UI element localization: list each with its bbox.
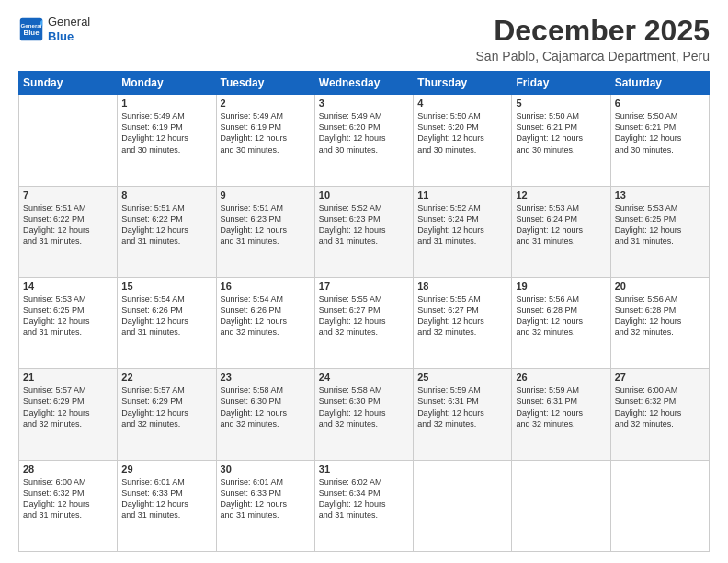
table-row <box>610 460 709 551</box>
day-info: Sunrise: 5:54 AM Sunset: 6:26 PM Dayligh… <box>221 293 311 339</box>
day-number: 23 <box>221 372 311 383</box>
table-row: 29Sunrise: 6:01 AM Sunset: 6:33 PM Dayli… <box>118 460 216 551</box>
page: General Blue General Blue December 2025 … <box>0 0 728 563</box>
table-row: 14Sunrise: 5:53 AM Sunset: 6:25 PM Dayli… <box>19 277 118 368</box>
table-row <box>19 95 118 186</box>
day-info: Sunrise: 6:01 AM Sunset: 6:33 PM Dayligh… <box>121 477 211 522</box>
table-row: 11Sunrise: 5:52 AM Sunset: 6:24 PM Dayli… <box>414 186 512 277</box>
day-info: Sunrise: 5:59 AM Sunset: 6:31 PM Dayligh… <box>417 385 507 430</box>
day-info: Sunrise: 5:50 AM Sunset: 6:21 PM Dayligh… <box>516 110 606 155</box>
table-row: 22Sunrise: 5:57 AM Sunset: 6:29 PM Dayli… <box>118 369 216 460</box>
logo-icon: General Blue <box>18 17 44 42</box>
calendar-week-row: 7Sunrise: 5:51 AM Sunset: 6:22 PM Daylig… <box>19 186 710 277</box>
logo-text: General Blue <box>48 15 90 43</box>
table-row: 24Sunrise: 5:58 AM Sunset: 6:30 PM Dayli… <box>314 369 413 460</box>
table-row: 19Sunrise: 5:56 AM Sunset: 6:28 PM Dayli… <box>512 277 610 368</box>
day-info: Sunrise: 5:51 AM Sunset: 6:22 PM Dayligh… <box>23 202 113 247</box>
day-number: 16 <box>221 281 311 292</box>
day-info: Sunrise: 6:01 AM Sunset: 6:33 PM Dayligh… <box>221 477 311 522</box>
day-number: 20 <box>615 281 705 292</box>
table-row <box>414 460 512 551</box>
table-row: 20Sunrise: 5:56 AM Sunset: 6:28 PM Dayli… <box>610 277 709 368</box>
day-info: Sunrise: 5:55 AM Sunset: 6:27 PM Dayligh… <box>319 293 409 339</box>
day-info: Sunrise: 5:50 AM Sunset: 6:20 PM Dayligh… <box>417 110 507 155</box>
day-number: 7 <box>23 190 113 201</box>
day-info: Sunrise: 5:49 AM Sunset: 6:20 PM Dayligh… <box>319 110 409 155</box>
day-number: 1 <box>121 98 211 109</box>
day-number: 12 <box>516 190 606 201</box>
table-row: 4Sunrise: 5:50 AM Sunset: 6:20 PM Daylig… <box>414 95 512 186</box>
calendar-table: Sunday Monday Tuesday Wednesday Thursday… <box>18 71 710 552</box>
calendar-week-row: 21Sunrise: 5:57 AM Sunset: 6:29 PM Dayli… <box>19 369 710 460</box>
table-row: 18Sunrise: 5:55 AM Sunset: 6:27 PM Dayli… <box>414 277 512 368</box>
calendar-week-row: 1Sunrise: 5:49 AM Sunset: 6:19 PM Daylig… <box>19 95 710 186</box>
calendar-header-row: Sunday Monday Tuesday Wednesday Thursday… <box>19 72 710 95</box>
table-row: 3Sunrise: 5:49 AM Sunset: 6:20 PM Daylig… <box>314 95 413 186</box>
day-info: Sunrise: 5:57 AM Sunset: 6:29 PM Dayligh… <box>121 385 211 430</box>
day-info: Sunrise: 6:00 AM Sunset: 6:32 PM Dayligh… <box>615 385 705 430</box>
table-row: 7Sunrise: 5:51 AM Sunset: 6:22 PM Daylig… <box>19 186 118 277</box>
day-info: Sunrise: 5:58 AM Sunset: 6:30 PM Dayligh… <box>221 385 311 430</box>
table-row: 30Sunrise: 6:01 AM Sunset: 6:33 PM Dayli… <box>216 460 314 551</box>
table-row: 28Sunrise: 6:00 AM Sunset: 6:32 PM Dayli… <box>19 460 118 551</box>
day-info: Sunrise: 6:00 AM Sunset: 6:32 PM Dayligh… <box>23 477 113 522</box>
main-title: December 2025 <box>476 15 710 47</box>
day-info: Sunrise: 5:58 AM Sunset: 6:30 PM Dayligh… <box>319 385 409 430</box>
day-number: 13 <box>615 190 705 201</box>
day-number: 11 <box>417 190 507 201</box>
day-info: Sunrise: 5:53 AM Sunset: 6:25 PM Dayligh… <box>615 202 705 247</box>
day-number: 10 <box>319 190 409 201</box>
day-info: Sunrise: 5:49 AM Sunset: 6:19 PM Dayligh… <box>221 110 311 155</box>
table-row: 12Sunrise: 5:53 AM Sunset: 6:24 PM Dayli… <box>512 186 610 277</box>
table-row: 13Sunrise: 5:53 AM Sunset: 6:25 PM Dayli… <box>610 186 709 277</box>
table-row: 6Sunrise: 5:50 AM Sunset: 6:21 PM Daylig… <box>610 95 709 186</box>
day-number: 6 <box>615 98 705 109</box>
col-thursday: Thursday <box>414 72 512 95</box>
day-number: 9 <box>221 190 311 201</box>
day-info: Sunrise: 5:56 AM Sunset: 6:28 PM Dayligh… <box>615 293 705 339</box>
day-number: 21 <box>23 372 113 383</box>
day-number: 26 <box>516 372 606 383</box>
day-number: 24 <box>319 372 409 383</box>
table-row: 31Sunrise: 6:02 AM Sunset: 6:34 PM Dayli… <box>314 460 413 551</box>
col-sunday: Sunday <box>19 72 118 95</box>
day-info: Sunrise: 5:49 AM Sunset: 6:19 PM Dayligh… <box>121 110 211 155</box>
table-row <box>512 460 610 551</box>
title-block: December 2025 San Pablo, Cajamarca Depar… <box>476 15 710 63</box>
day-number: 17 <box>319 281 409 292</box>
day-number: 28 <box>23 464 113 475</box>
day-number: 22 <box>121 372 211 383</box>
day-info: Sunrise: 5:53 AM Sunset: 6:24 PM Dayligh… <box>516 202 606 247</box>
table-row: 21Sunrise: 5:57 AM Sunset: 6:29 PM Dayli… <box>19 369 118 460</box>
day-info: Sunrise: 5:51 AM Sunset: 6:23 PM Dayligh… <box>221 202 311 247</box>
table-row: 9Sunrise: 5:51 AM Sunset: 6:23 PM Daylig… <box>216 186 314 277</box>
table-row: 15Sunrise: 5:54 AM Sunset: 6:26 PM Dayli… <box>118 277 216 368</box>
day-number: 30 <box>221 464 311 475</box>
header: General Blue General Blue December 2025 … <box>18 15 710 63</box>
day-info: Sunrise: 5:59 AM Sunset: 6:31 PM Dayligh… <box>516 385 606 430</box>
table-row: 16Sunrise: 5:54 AM Sunset: 6:26 PM Dayli… <box>216 277 314 368</box>
day-number: 2 <box>221 98 311 109</box>
col-tuesday: Tuesday <box>216 72 314 95</box>
table-row: 25Sunrise: 5:59 AM Sunset: 6:31 PM Dayli… <box>414 369 512 460</box>
table-row: 5Sunrise: 5:50 AM Sunset: 6:21 PM Daylig… <box>512 95 610 186</box>
table-row: 2Sunrise: 5:49 AM Sunset: 6:19 PM Daylig… <box>216 95 314 186</box>
day-info: Sunrise: 5:57 AM Sunset: 6:29 PM Dayligh… <box>23 385 113 430</box>
day-number: 5 <box>516 98 606 109</box>
logo-blue: Blue <box>48 29 90 44</box>
subtitle: San Pablo, Cajamarca Department, Peru <box>476 49 710 63</box>
day-info: Sunrise: 5:54 AM Sunset: 6:26 PM Dayligh… <box>121 293 211 339</box>
logo: General Blue General Blue <box>18 15 90 43</box>
svg-text:General: General <box>21 22 42 29</box>
day-number: 19 <box>516 281 606 292</box>
day-info: Sunrise: 5:52 AM Sunset: 6:24 PM Dayligh… <box>417 202 507 247</box>
day-number: 25 <box>417 372 507 383</box>
calendar-week-row: 14Sunrise: 5:53 AM Sunset: 6:25 PM Dayli… <box>19 277 710 368</box>
day-number: 4 <box>417 98 507 109</box>
day-info: Sunrise: 5:56 AM Sunset: 6:28 PM Dayligh… <box>516 293 606 339</box>
day-number: 3 <box>319 98 409 109</box>
col-monday: Monday <box>118 72 216 95</box>
day-info: Sunrise: 5:53 AM Sunset: 6:25 PM Dayligh… <box>23 293 113 339</box>
col-friday: Friday <box>512 72 610 95</box>
table-row: 23Sunrise: 5:58 AM Sunset: 6:30 PM Dayli… <box>216 369 314 460</box>
